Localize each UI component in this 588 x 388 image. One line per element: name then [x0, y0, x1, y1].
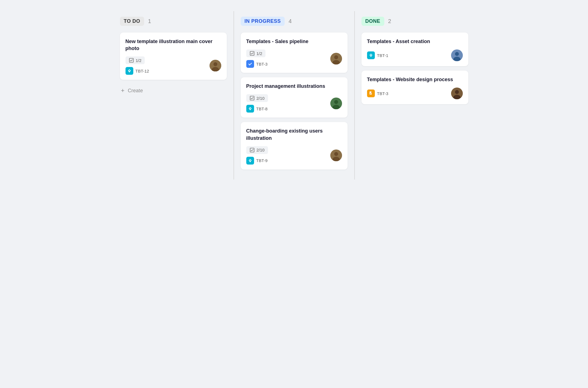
- column-done-title: DONE: [361, 17, 384, 26]
- svg-rect-5: [250, 51, 254, 55]
- diamond-icon: [248, 158, 252, 163]
- svg-rect-9: [250, 96, 254, 100]
- svg-point-27: [455, 90, 459, 94]
- card-ip-1-ticket-id: TBT-3: [256, 62, 268, 66]
- card-ip-3-ticket-id: TBT-9: [256, 158, 268, 163]
- card-ip-2-ticket: TBT-8: [246, 105, 268, 113]
- checklist-icon: [250, 148, 255, 153]
- svg-rect-0: [129, 58, 133, 62]
- column-todo: TO DO 1 New template illustration main c…: [113, 11, 234, 180]
- card-done-2-title: Templates - Website design process: [367, 76, 463, 83]
- svg-rect-14: [250, 148, 254, 152]
- svg-point-7: [334, 55, 338, 59]
- card-ip-3[interactable]: Change-boarding existing users illustrat…: [241, 122, 348, 169]
- check-icon: [248, 62, 252, 66]
- card-done-1-meta: TBT-1: [367, 49, 463, 61]
- card-todo-1-title: New template illustration main cover pho…: [126, 38, 221, 52]
- card-done-2-ticket: TBT-3: [367, 89, 388, 97]
- column-inprogress: IN PROGRESS 4 Templates - Sales pipeline…: [234, 11, 355, 180]
- card-ip-3-ticket: TBT-9: [246, 157, 268, 165]
- checklist-icon: [250, 51, 255, 56]
- card-ip-1-ticket: TBT-3: [246, 60, 268, 68]
- svg-point-19: [370, 54, 372, 56]
- card-done-1[interactable]: Templates - Asset creation TBT-1: [361, 33, 468, 66]
- card-todo-1-checklist-count: 1/2: [136, 58, 142, 63]
- card-todo-1-ticket-id: TBT-12: [136, 69, 149, 73]
- card-done-1-title: Templates - Asset creation: [367, 38, 463, 45]
- ticket-icon-cyan: [126, 67, 133, 75]
- card-ip-3-meta: 2/10 TBT-9: [246, 146, 342, 165]
- card-ip-2-checklist: 2/10: [246, 94, 268, 102]
- card-ip-1-checklist-count: 1/2: [257, 51, 262, 56]
- column-done-count: 2: [388, 18, 391, 24]
- create-button[interactable]: + Create: [120, 84, 144, 97]
- card-ip-3-checklist-count: 2/10: [257, 148, 265, 152]
- card-ip-2-ticket-id: TBT-8: [256, 106, 268, 111]
- card-todo-1-ticket: TBT-12: [126, 67, 149, 75]
- ticket-icon-cyan: [367, 51, 375, 59]
- create-plus-icon: +: [121, 87, 125, 94]
- column-inprogress-header: IN PROGRESS 4: [241, 17, 348, 26]
- card-ip-3-checklist: 2/10: [246, 146, 268, 154]
- card-done-2[interactable]: Templates - Website design process TB: [361, 71, 468, 104]
- card-todo-1[interactable]: New template illustration main cover pho…: [120, 33, 227, 80]
- card-ip-2-checklist-count: 2/10: [257, 96, 265, 101]
- card-ip-1-avatar: [330, 53, 342, 64]
- card-ip-3-avatar: [330, 150, 342, 161]
- svg-point-12: [334, 100, 338, 104]
- svg-point-3: [213, 62, 217, 66]
- avatar-face: [330, 98, 342, 109]
- card-done-2-meta: TBT-3: [367, 88, 463, 99]
- ticket-icon-blue-check: [246, 60, 254, 68]
- card-ip-1[interactable]: Templates - Sales pipeline 1/2: [241, 33, 348, 73]
- file-icon: [369, 91, 373, 96]
- checklist-icon: [129, 58, 134, 63]
- card-done-1-ticket: TBT-1: [367, 51, 388, 59]
- diamond-icon: [369, 53, 373, 58]
- card-ip-2[interactable]: Project management illustrations 2/10: [241, 77, 348, 118]
- ticket-icon-cyan: [246, 105, 254, 113]
- column-todo-count: 1: [148, 18, 151, 24]
- column-todo-title: TO DO: [120, 17, 144, 26]
- avatar-face: [451, 49, 463, 61]
- svg-point-10: [250, 108, 251, 109]
- column-inprogress-count: 4: [289, 18, 292, 24]
- card-done-1-ticket-id: TBT-1: [377, 53, 388, 58]
- card-todo-1-checklist: 1/2: [126, 56, 145, 64]
- svg-point-15: [250, 160, 251, 161]
- avatar-face: [451, 88, 463, 99]
- svg-point-17: [334, 152, 338, 156]
- card-ip-2-title: Project management illustrations: [246, 83, 342, 90]
- ticket-icon-cyan: [246, 157, 254, 165]
- card-todo-1-avatar: [210, 60, 221, 71]
- svg-point-1: [129, 70, 130, 71]
- avatar-face: [210, 60, 221, 71]
- card-todo-1-meta: 1/2 TBT-12: [126, 56, 221, 75]
- avatar-face: [330, 53, 342, 64]
- kanban-board: TO DO 1 New template illustration main c…: [113, 11, 475, 180]
- diamond-icon: [248, 106, 252, 111]
- card-ip-1-meta: 1/2 TBT-3: [246, 49, 342, 68]
- card-ip-1-checklist: 1/2: [246, 49, 266, 57]
- card-done-1-avatar: [451, 49, 463, 61]
- checklist-icon: [250, 96, 255, 101]
- diamond-icon: [127, 69, 132, 73]
- create-label: Create: [128, 88, 143, 94]
- svg-point-21: [455, 52, 459, 56]
- card-ip-1-title: Templates - Sales pipeline: [246, 38, 342, 45]
- ticket-icon-yellow: [367, 89, 375, 97]
- avatar-face: [330, 150, 342, 161]
- column-inprogress-title: IN PROGRESS: [241, 17, 285, 26]
- column-done-header: DONE 2: [361, 17, 468, 26]
- card-ip-2-avatar: [330, 98, 342, 109]
- card-done-2-avatar: [451, 88, 463, 99]
- column-done: DONE 2 Templates - Asset creation TBT-1: [355, 11, 475, 180]
- card-done-2-ticket-id: TBT-3: [377, 91, 388, 96]
- column-todo-header: TO DO 1: [120, 17, 227, 26]
- card-ip-2-meta: 2/10 TBT-8: [246, 94, 342, 113]
- card-ip-3-title: Change-boarding existing users illustrat…: [246, 128, 342, 141]
